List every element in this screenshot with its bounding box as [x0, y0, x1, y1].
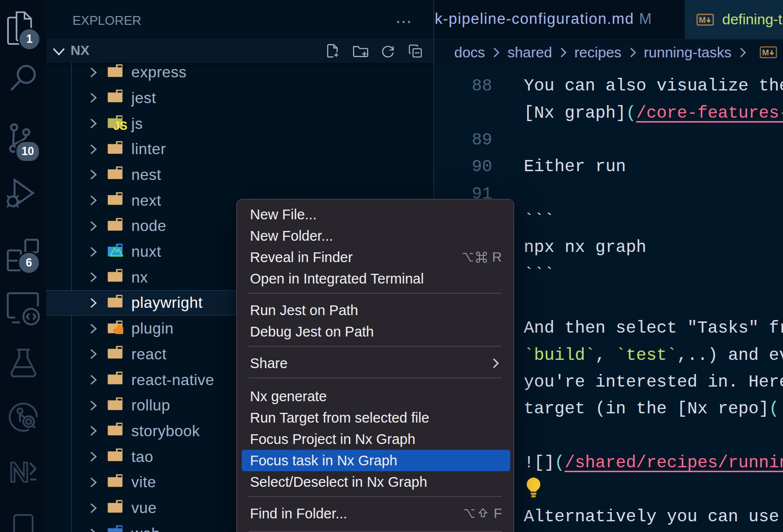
- svg-text:M: M: [762, 48, 769, 57]
- svg-text:M: M: [699, 16, 706, 25]
- svg-text:JS: JS: [113, 120, 127, 132]
